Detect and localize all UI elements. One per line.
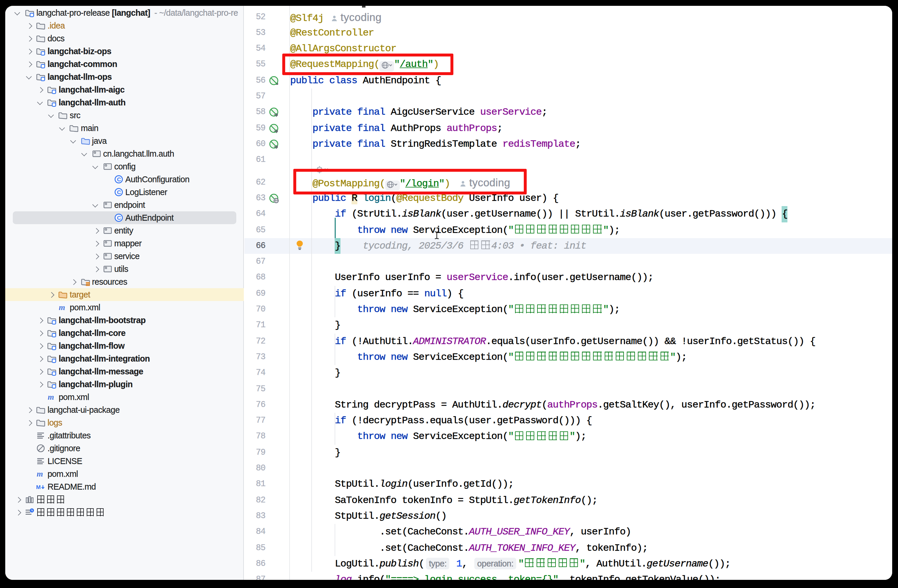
svg-text:C: C: [117, 176, 121, 183]
svg-text:C: C: [117, 189, 121, 195]
svg-text:m: m: [37, 469, 43, 478]
svg-text:C: C: [117, 215, 121, 221]
svg-text:M: M: [36, 484, 40, 490]
svg-text:m: m: [59, 303, 65, 312]
svg-text:m: m: [48, 393, 54, 402]
